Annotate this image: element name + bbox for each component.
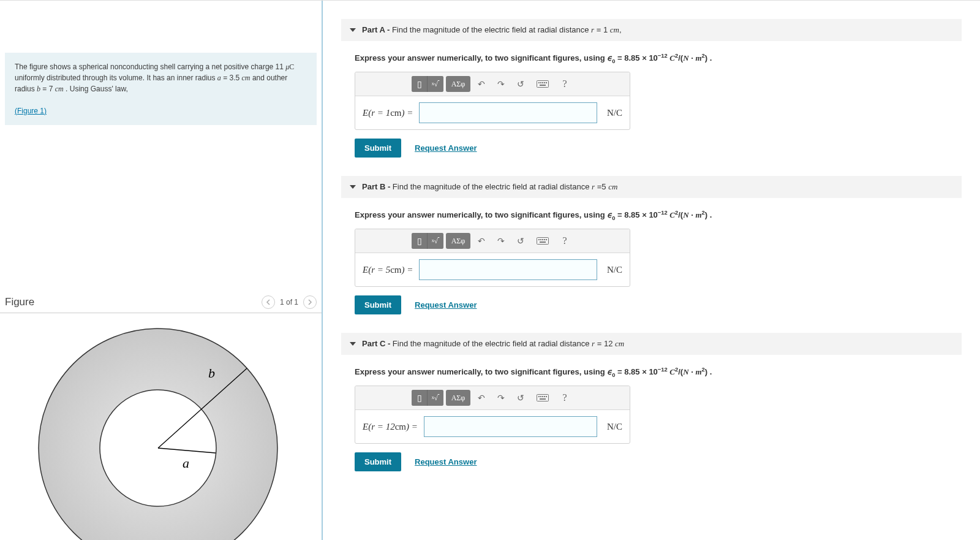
svg-rect-14 bbox=[542, 239, 543, 240]
keyboard-icon bbox=[537, 394, 549, 401]
redo-button[interactable]: ↷ bbox=[492, 76, 510, 92]
greek-button[interactable]: ΑΣφ bbox=[446, 390, 470, 406]
svg-rect-10 bbox=[540, 85, 546, 86]
request-answer-link[interactable]: Request Answer bbox=[415, 143, 477, 153]
svg-rect-15 bbox=[544, 239, 545, 240]
answer-box: ▯ x√ ΑΣφ ↶ ↷ ↺ ? E(r = 5cm) = N/C bbox=[355, 229, 630, 287]
templates-button[interactable]: ▯ bbox=[412, 390, 428, 406]
svg-rect-22 bbox=[544, 396, 545, 397]
part-a: Part A - Find the magnitude of the elect… bbox=[341, 19, 962, 158]
figure-body: b a bbox=[0, 313, 322, 540]
label-a: a bbox=[183, 455, 189, 471]
answer-row: E(r = 12cm) = N/C bbox=[355, 410, 630, 443]
help-button[interactable]: ? bbox=[556, 76, 573, 92]
redo-button[interactable]: ↷ bbox=[492, 390, 510, 406]
problem-intro: The figure shows a spherical nonconducti… bbox=[5, 53, 317, 125]
label-b: b bbox=[208, 365, 215, 381]
svg-rect-20 bbox=[540, 396, 541, 397]
part-actions: Submit Request Answer bbox=[341, 444, 962, 471]
part-header[interactable]: Part C - Find the magnitude of the elect… bbox=[341, 333, 962, 355]
answer-unit: N/C bbox=[603, 422, 622, 432]
request-answer-link[interactable]: Request Answer bbox=[415, 300, 477, 310]
toolbar-group-templates: ▯ x√ bbox=[412, 390, 443, 406]
part-header-text: Part C - Find the magnitude of the elect… bbox=[362, 339, 624, 349]
part-header-text: Part B - Find the magnitude of the elect… bbox=[362, 182, 617, 192]
templates-button[interactable]: ▯ bbox=[412, 76, 428, 92]
shell-diagram: b a bbox=[5, 313, 299, 540]
part-instructions: Express your answer numerically, to two … bbox=[341, 355, 962, 377]
part-header[interactable]: Part A - Find the magnitude of the elect… bbox=[341, 19, 962, 41]
submit-button[interactable]: Submit bbox=[355, 139, 401, 158]
answer-input[interactable] bbox=[419, 259, 597, 280]
answer-row: E(r = 1cm) = N/C bbox=[355, 96, 630, 129]
part-c: Part C - Find the magnitude of the elect… bbox=[341, 333, 962, 471]
answer-input[interactable] bbox=[419, 102, 597, 123]
part-prompt: Find the magnitude of the electric field… bbox=[393, 339, 624, 348]
figure-scroll[interactable]: b a bbox=[5, 313, 317, 540]
part-actions: Submit Request Answer bbox=[341, 287, 962, 314]
keyboard-button[interactable] bbox=[532, 390, 554, 406]
caret-down-icon bbox=[350, 185, 356, 189]
sqrt-button[interactable]: x√ bbox=[428, 233, 443, 249]
answer-lhs: E(r = 5cm) = bbox=[363, 265, 413, 275]
svg-rect-4 bbox=[537, 81, 549, 88]
reset-button[interactable]: ↺ bbox=[512, 76, 529, 92]
figure-section: Figure 1 of 1 bbox=[0, 125, 322, 540]
part-header-text: Part A - Find the magnitude of the elect… bbox=[362, 25, 622, 35]
svg-rect-11 bbox=[537, 238, 549, 245]
svg-rect-13 bbox=[540, 239, 541, 240]
svg-rect-12 bbox=[538, 239, 540, 240]
toolbar-group-templates: ▯ x√ bbox=[412, 233, 443, 249]
caret-down-icon bbox=[350, 342, 356, 346]
equation-toolbar: ▯ x√ ΑΣφ ↶ ↷ ↺ ? bbox=[355, 229, 630, 253]
answer-box: ▯ x√ ΑΣφ ↶ ↷ ↺ ? E(r = 1cm) = N/C bbox=[355, 72, 630, 130]
submit-button[interactable]: Submit bbox=[355, 295, 401, 314]
svg-rect-9 bbox=[546, 82, 547, 83]
sqrt-button[interactable]: x√ bbox=[428, 390, 443, 406]
greek-button[interactable]: ΑΣφ bbox=[446, 233, 470, 249]
part-header[interactable]: Part B - Find the magnitude of the elect… bbox=[341, 176, 962, 198]
reset-button[interactable]: ↺ bbox=[512, 390, 529, 406]
keyboard-button[interactable] bbox=[532, 233, 554, 249]
left-panel: The figure shows a spherical nonconducti… bbox=[0, 1, 323, 540]
toolbar-group-templates: ▯ x√ bbox=[412, 76, 443, 92]
svg-rect-5 bbox=[538, 82, 540, 83]
part-b: Part B - Find the magnitude of the elect… bbox=[341, 176, 962, 314]
templates-button[interactable]: ▯ bbox=[412, 233, 428, 249]
answer-input[interactable] bbox=[424, 416, 597, 437]
svg-rect-19 bbox=[538, 396, 540, 397]
request-answer-link[interactable]: Request Answer bbox=[415, 457, 477, 466]
toolbar-group-greek: ΑΣφ bbox=[446, 390, 470, 406]
svg-rect-24 bbox=[540, 398, 546, 400]
figure-link[interactable]: (Figure 1) bbox=[15, 107, 47, 115]
redo-button[interactable]: ↷ bbox=[492, 233, 510, 249]
equation-toolbar: ▯ x√ ΑΣφ ↶ ↷ ↺ ? bbox=[355, 386, 630, 410]
undo-button[interactable]: ↶ bbox=[473, 233, 490, 249]
submit-button[interactable]: Submit bbox=[355, 452, 401, 471]
figure-counter: 1 of 1 bbox=[280, 298, 298, 306]
undo-button[interactable]: ↶ bbox=[473, 390, 490, 406]
greek-button[interactable]: ΑΣφ bbox=[446, 76, 470, 92]
svg-rect-17 bbox=[540, 241, 546, 243]
svg-rect-8 bbox=[544, 82, 545, 83]
answer-lhs: E(r = 1cm) = bbox=[363, 108, 413, 118]
toolbar-group-greek: ΑΣφ bbox=[446, 233, 470, 249]
figure-prev-button[interactable] bbox=[262, 295, 275, 309]
svg-rect-16 bbox=[546, 239, 547, 240]
chevron-right-icon bbox=[307, 299, 312, 305]
part-prompt: Find the magnitude of the electric field… bbox=[392, 25, 622, 34]
part-instructions: Express your answer numerically, to two … bbox=[341, 198, 962, 220]
svg-rect-21 bbox=[542, 396, 543, 397]
help-button[interactable]: ? bbox=[556, 233, 573, 249]
keyboard-button[interactable] bbox=[532, 76, 554, 92]
figure-header: Figure 1 of 1 bbox=[0, 292, 322, 313]
svg-rect-18 bbox=[537, 395, 549, 401]
figure-next-button[interactable] bbox=[303, 295, 317, 309]
help-button[interactable]: ? bbox=[556, 390, 573, 406]
part-actions: Submit Request Answer bbox=[341, 130, 962, 158]
undo-button[interactable]: ↶ bbox=[473, 76, 490, 92]
sqrt-button[interactable]: x√ bbox=[428, 76, 443, 92]
right-panel: Part A - Find the magnitude of the elect… bbox=[323, 1, 980, 540]
chevron-left-icon bbox=[266, 299, 271, 305]
reset-button[interactable]: ↺ bbox=[512, 233, 529, 249]
